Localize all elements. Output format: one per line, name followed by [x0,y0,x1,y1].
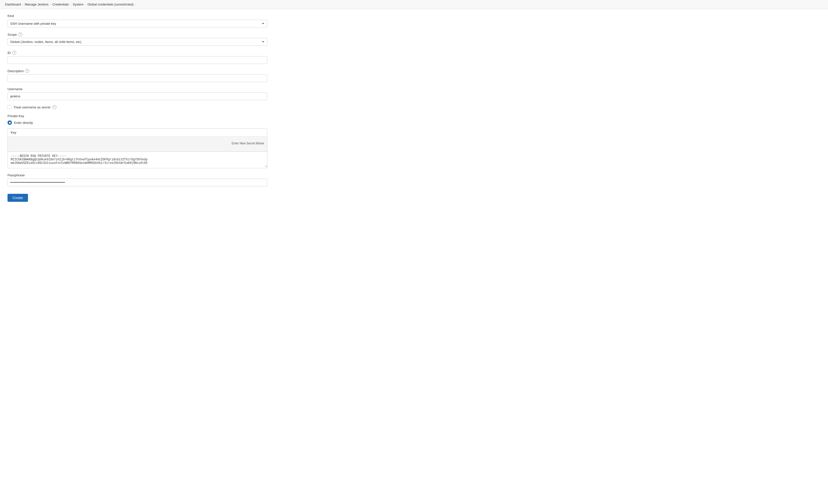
id-help-icon[interactable]: ? [12,51,16,55]
scope-select-wrapper: Global (Jenkins, nodes, items, all child… [7,38,267,46]
main-content: Kind SSH Username with private key Scope… [0,9,275,212]
scope-group: Scope ? Global (Jenkins, nodes, items, a… [7,33,267,46]
private-key-label: Private Key [7,114,267,118]
breadcrumb-global-credentials[interactable]: Global credentials (unrestricted) [87,2,133,6]
passphrase-input[interactable] [7,178,267,186]
kind-select-wrapper: SSH Username with private key [7,20,267,28]
description-help-icon[interactable]: ? [25,69,29,73]
id-label-row: ID ? [7,51,267,55]
breadcrumb: Dashboard › Manage Jenkins › Credentials… [0,0,828,9]
username-input[interactable] [7,92,267,100]
key-header: Key [8,129,267,137]
key-container: Key Enter New Secret Below [7,128,267,168]
key-textarea[interactable] [8,152,267,167]
scope-select[interactable]: Global (Jenkins, nodes, items, all child… [7,38,267,46]
treat-username-label: Treat username as secret [13,106,50,109]
create-button[interactable]: Create [7,194,28,202]
breadcrumb-sep-4: › [85,3,86,6]
private-key-group: Private Key Enter directly Key Enter New… [7,114,267,168]
description-group: Description ? [7,69,267,82]
breadcrumb-sep-2: › [50,3,51,6]
passphrase-section: Passphrase [7,173,267,186]
id-label: ID [7,51,11,55]
kind-group: Kind SSH Username with private key [7,14,267,28]
enter-directly-label: Enter directly [14,121,33,125]
description-label: Description [7,69,24,73]
scope-label-row: Scope ? [7,33,267,37]
breadcrumb-system[interactable]: System [73,2,83,6]
scope-label: Scope [7,33,17,37]
kind-label: Kind [7,14,267,18]
id-group: ID ? [7,51,267,64]
passphrase-label: Passphrase [7,173,267,177]
scope-help-icon[interactable]: ? [18,33,22,37]
key-new-secret-hint: Enter New Secret Below [232,141,264,145]
kind-select[interactable]: SSH Username with private key [7,20,267,28]
breadcrumb-credentials[interactable]: Credentials [52,2,69,6]
description-label-row: Description ? [7,69,267,73]
breadcrumb-sep-1: › [23,3,24,6]
treat-username-row: Treat username as secret ? [7,105,267,109]
breadcrumb-dashboard[interactable]: Dashboard [5,2,21,6]
enter-directly-radio[interactable] [7,120,12,125]
breadcrumb-sep-3: › [70,3,71,6]
breadcrumb-manage-jenkins[interactable]: Manage Jenkins [25,2,48,6]
username-label: Username [7,87,267,91]
treat-username-help-icon[interactable]: ? [52,105,56,109]
treat-username-checkbox[interactable] [7,105,11,109]
description-input[interactable] [7,75,267,82]
id-input[interactable] [7,56,267,64]
enter-directly-row: Enter directly [7,120,267,125]
breadcrumb-sep-5: › [135,3,136,6]
username-group: Username [7,87,267,100]
key-new-secret-area: Enter New Secret Below [8,137,267,152]
